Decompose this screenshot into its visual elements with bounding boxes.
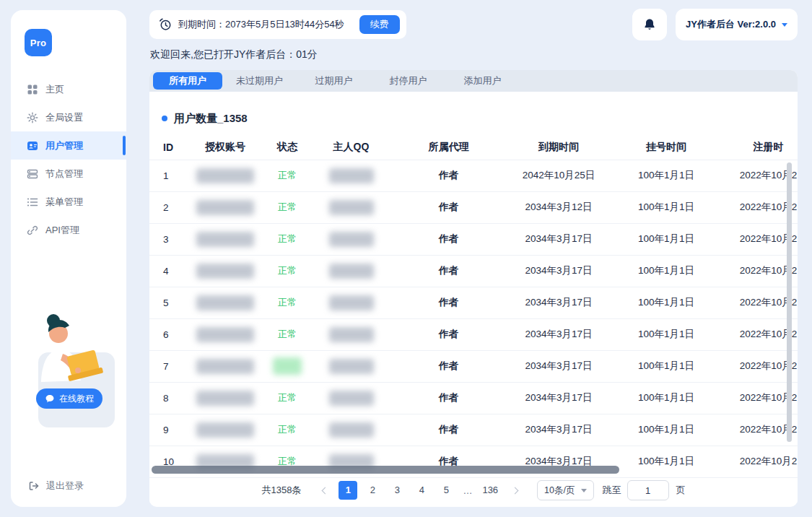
cell-status: 正常 bbox=[265, 414, 310, 446]
chevron-down-icon bbox=[581, 489, 587, 492]
main-content: 到期时间：2073年5月5日13时44分54秒 续费 JY作者后台 Ver:2.… bbox=[149, 0, 798, 517]
horizontal-scrollbar[interactable] bbox=[152, 466, 619, 474]
cell-owner-qq bbox=[310, 223, 393, 255]
col-expire-time: 到期时间 bbox=[505, 135, 613, 160]
cell-agent: 作者 bbox=[393, 160, 505, 191]
cell-account bbox=[185, 191, 265, 223]
cell-id: 2 bbox=[149, 191, 185, 223]
cell-hang-time: 100年1月1日 bbox=[613, 287, 720, 318]
pagination: 共1358条 1 2 3 4 5 … 136 10条/页 跳至 页 bbox=[149, 478, 798, 503]
table-row: 2正常作者2034年3月12日100年1月1日2022年10月2 bbox=[149, 191, 798, 223]
col-register-time: 注册时 bbox=[720, 135, 798, 160]
page-button-4[interactable]: 4 bbox=[412, 481, 431, 500]
cell-expire-time: 2034年3月17日 bbox=[505, 414, 613, 446]
sidebar-item-menu-management[interactable]: 菜单管理 bbox=[11, 188, 126, 216]
sidebar-item-user-management[interactable]: 用户管理 bbox=[11, 131, 126, 160]
redacted-account bbox=[196, 200, 254, 215]
cell-register-time: 2022年10月2 bbox=[720, 446, 798, 477]
jump-page-input[interactable] bbox=[627, 480, 669, 500]
account-version-dropdown[interactable]: JY作者后台 Ver:2.0.0 bbox=[676, 9, 798, 40]
cell-status: 正常 bbox=[265, 318, 310, 350]
chevron-left-icon[interactable] bbox=[316, 481, 333, 500]
tab-all-users[interactable]: 所有用户 bbox=[153, 72, 222, 90]
cell-status: 正常 bbox=[265, 223, 310, 255]
cell-status bbox=[265, 350, 310, 382]
sidebar-item-label: 用户管理 bbox=[45, 139, 83, 152]
renew-button[interactable]: 续费 bbox=[359, 15, 400, 34]
page-size-select[interactable]: 10条/页 bbox=[537, 480, 593, 500]
cell-owner-qq bbox=[310, 414, 393, 446]
cell-account bbox=[185, 318, 265, 350]
cell-id: 7 bbox=[149, 350, 185, 382]
pagination-total: 共1358条 bbox=[261, 484, 301, 497]
cell-account bbox=[185, 350, 265, 382]
welcome-text: 欢迎回来,您已打开JY作者后台：01分 bbox=[150, 48, 318, 61]
expiry-box: 到期时间：2073年5月5日13时44分54秒 续费 bbox=[149, 10, 406, 39]
cell-account bbox=[185, 223, 265, 255]
page-button-3[interactable]: 3 bbox=[388, 481, 406, 500]
cell-status: 正常 bbox=[265, 287, 310, 318]
sidebar-item-global-settings[interactable]: 全局设置 bbox=[11, 103, 126, 131]
sidebar-item-api-management[interactable]: API管理 bbox=[11, 216, 126, 244]
sidebar-item-label: 节点管理 bbox=[45, 168, 83, 181]
online-tutorial-label: 在线教程 bbox=[59, 393, 94, 405]
tab-banned-users[interactable]: 封停用户 bbox=[371, 72, 445, 90]
redacted-owner-qq bbox=[329, 422, 374, 438]
cell-expire-time: 2042年10月25日 bbox=[505, 160, 613, 191]
cell-owner-qq bbox=[310, 382, 393, 414]
cell-register-time: 2022年10月2 bbox=[720, 350, 798, 382]
status-text: 正常 bbox=[278, 170, 297, 181]
cell-agent: 作者 bbox=[393, 414, 505, 446]
redacted-account bbox=[196, 359, 254, 374]
status-text: 正常 bbox=[278, 233, 297, 244]
chevron-down-icon bbox=[782, 23, 787, 27]
cell-expire-time: 2034年3月17日 bbox=[505, 223, 613, 255]
cell-agent: 作者 bbox=[393, 191, 505, 223]
cell-agent: 作者 bbox=[393, 318, 505, 350]
redacted-account bbox=[196, 422, 254, 438]
page-button-136[interactable]: 136 bbox=[479, 481, 501, 500]
notification-button[interactable] bbox=[632, 9, 667, 40]
tab-active-users[interactable]: 未过期用户 bbox=[222, 72, 297, 90]
cell-agent: 作者 bbox=[393, 223, 505, 255]
page-button-5[interactable]: 5 bbox=[437, 481, 455, 500]
cell-status: 正常 bbox=[265, 191, 310, 223]
table-row: 3正常作者2034年3月17日100年1月1日2022年10月2 bbox=[149, 223, 798, 255]
chevron-right-icon[interactable] bbox=[506, 481, 523, 500]
status-text: 正常 bbox=[278, 265, 297, 276]
cell-hang-time: 100年1月1日 bbox=[613, 350, 720, 382]
sidebar-item-home[interactable]: 主页 bbox=[11, 75, 126, 103]
page-button-2[interactable]: 2 bbox=[363, 481, 382, 500]
cell-register-time: 2022年10月2 bbox=[720, 318, 798, 350]
cell-hang-time: 100年1月1日 bbox=[613, 191, 720, 223]
table-row: 7作者2034年3月17日100年1月1日2022年10月2 bbox=[149, 350, 798, 382]
online-tutorial-button[interactable]: 在线教程 bbox=[36, 388, 102, 409]
sidebar-item-label: 全局设置 bbox=[45, 111, 83, 124]
logout-button[interactable]: 退出登录 bbox=[11, 479, 126, 492]
status-text: 正常 bbox=[278, 456, 297, 466]
cell-status: 正常 bbox=[265, 160, 310, 191]
table-header-row: ID 授权账号 状态 主人QQ 所属代理 到期时间 挂号时间 注册时 bbox=[149, 135, 798, 160]
chat-bubble-icon bbox=[45, 394, 55, 404]
cell-hang-time: 100年1月1日 bbox=[613, 223, 720, 255]
vertical-scrollbar[interactable] bbox=[787, 162, 792, 442]
app-logo: Pro bbox=[25, 29, 52, 56]
sidebar-item-node-management[interactable]: 节点管理 bbox=[11, 160, 126, 188]
status-text: 正常 bbox=[278, 392, 297, 403]
col-account: 授权账号 bbox=[185, 135, 265, 160]
tab-expired-users[interactable]: 过期用户 bbox=[297, 72, 371, 90]
cell-owner-qq bbox=[310, 255, 393, 287]
tab-add-user[interactable]: 添加用户 bbox=[445, 72, 520, 90]
cell-register-time: 2022年10月2 bbox=[720, 382, 798, 414]
link-icon bbox=[27, 225, 38, 236]
user-count-title: 用户数量_1358 bbox=[174, 112, 248, 126]
logout-icon bbox=[28, 480, 40, 492]
nodes-icon bbox=[27, 168, 38, 180]
page-button-1[interactable]: 1 bbox=[339, 481, 357, 500]
redacted-owner-qq bbox=[329, 264, 374, 279]
bullet-dot-icon bbox=[162, 116, 167, 121]
grid-icon bbox=[27, 84, 38, 95]
status-text: 正常 bbox=[278, 297, 297, 308]
cell-id: 1 bbox=[149, 160, 185, 191]
cell-id: 9 bbox=[149, 414, 185, 446]
